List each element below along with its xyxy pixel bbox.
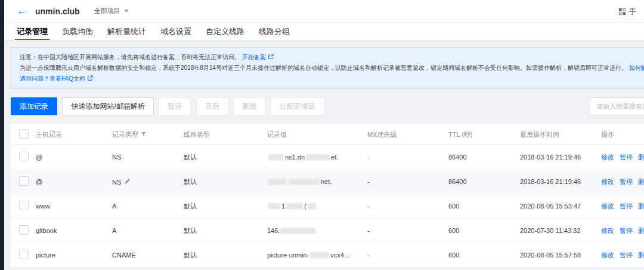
mx-priority-cell: - — [367, 251, 448, 259]
edit-icon[interactable] — [124, 179, 131, 186]
mx-priority-cell: - — [367, 202, 448, 210]
tab-2[interactable]: 解析量统计 — [107, 23, 146, 40]
row-actions-cell: 修改暂停删除 — [601, 226, 644, 235]
records-table: 主机记录记录类型线路类型记录值MX优先级TTL (秒)最后操作时间操作 @NS默… — [11, 124, 644, 268]
host-record-cell: @ — [36, 178, 112, 185]
ttl-cell: 600 — [448, 202, 520, 210]
grid-icon — [618, 8, 626, 16]
row-actions-cell: 修改暂停删除 — [601, 153, 644, 162]
notice-text-1: 注意：在中国大陆地区开展网站服务，请先将域名进行备案，否则将无法正常访问。 — [20, 54, 240, 60]
action-delete[interactable]: 删除 — [638, 178, 644, 185]
notice-line-3: 遇到问题？查看FAQ文档 — [20, 73, 644, 84]
redacted-blur — [281, 228, 315, 234]
filter-icon[interactable] — [141, 131, 147, 138]
table-header-row: 主机记录记录类型线路类型记录值MX优先级TTL (秒)最后操作时间操作 — [11, 124, 644, 145]
action-modify[interactable]: 修改 — [601, 251, 614, 259]
row-checkbox[interactable] — [19, 250, 29, 259]
table-row: wwwA默认1(-6002020-08-05 15:53:47修改暂停删除 — [11, 194, 644, 219]
delete-button: 删除 — [233, 97, 265, 115]
row-checkbox-cell — [11, 250, 36, 260]
table-row: pictureCNAME默认picture-unmin-vcx4...-6002… — [11, 243, 644, 268]
action-modify[interactable]: 修改 — [601, 154, 614, 161]
select-all-cell — [11, 129, 36, 140]
tab-0[interactable]: 记录管理 — [17, 23, 48, 40]
ttl-cell: 86400 — [448, 154, 520, 161]
row-checkbox[interactable] — [19, 176, 29, 186]
topbar: ← unmin.club 全部项目 手 — [4, 0, 644, 23]
action-delete[interactable]: 删除 — [638, 154, 644, 161]
redacted-blur — [306, 154, 330, 161]
row-actions-cell: 修改暂停删除 — [601, 202, 644, 211]
action-modify[interactable]: 修改 — [601, 202, 614, 210]
tab-1[interactable]: 负载均衡 — [62, 23, 93, 40]
line-type-cell: 默认 — [184, 251, 267, 260]
search-input[interactable] — [590, 97, 644, 115]
redacted-blur — [308, 203, 316, 210]
project-filter-dropdown[interactable]: 全部项目 — [94, 7, 129, 16]
redacted-blur — [310, 252, 329, 259]
action-pause[interactable]: 暂停 — [620, 154, 633, 161]
faq-doc-link[interactable]: 遇到问题？查看FAQ文档 — [20, 75, 85, 82]
record-value-cell: net. — [267, 178, 367, 185]
line-type-cell: 默认 — [184, 202, 267, 211]
action-pause[interactable]: 暂停 — [620, 202, 633, 210]
enable-button: 开启 — [196, 97, 228, 115]
tab-3[interactable]: 域名设置 — [160, 23, 191, 40]
column-header-3: 记录值 — [267, 130, 367, 139]
column-header-7: 操作 — [601, 130, 644, 139]
table-row: gitbookA默认146.-6002020-07-30 11:43:32修改暂… — [11, 219, 644, 243]
row-checkbox-cell — [11, 152, 36, 162]
tab-bar: 记录管理负载均衡解析量统计域名设置自定义线路线路分组 — [4, 23, 644, 41]
action-modify[interactable]: 修改 — [601, 227, 614, 234]
record-value-cell: picture-unmin-vcx4... — [267, 251, 367, 259]
chevron-down-icon — [124, 10, 129, 13]
redacted-blur — [286, 203, 303, 210]
helper-link[interactable]: 手 — [618, 0, 636, 23]
table-row: @NS默认ns1.dnet.-864002018-03-16 21:19:46修… — [11, 145, 644, 170]
tab-5[interactable]: 线路分组 — [259, 23, 290, 40]
host-record-cell: picture — [36, 251, 112, 259]
notice-banner: 注意：在中国大陆地区开展网站服务，请先将域名进行备案，否则将无法正常访问。 开始… — [11, 47, 644, 89]
action-delete[interactable]: 删除 — [638, 251, 644, 259]
pause-button: 暂停 — [159, 97, 191, 115]
action-modify[interactable]: 修改 — [601, 178, 614, 185]
start-filing-link[interactable]: 开始备案 — [242, 54, 266, 60]
action-pause[interactable]: 暂停 — [620, 227, 633, 234]
how-to-unlock-link[interactable]: 如何解锁 — [629, 65, 644, 71]
action-delete[interactable]: 删除 — [638, 202, 644, 210]
row-checkbox[interactable] — [19, 225, 29, 235]
column-header-2: 线路类型 — [184, 130, 267, 139]
row-actions-cell: 修改暂停删除 — [601, 251, 644, 260]
action-pause[interactable]: 暂停 — [620, 178, 633, 185]
tab-4[interactable]: 自定义线路 — [206, 23, 244, 40]
mx-priority-cell: - — [367, 227, 448, 234]
host-record-cell: gitbook — [36, 227, 112, 234]
row-checkbox[interactable] — [19, 152, 29, 161]
record-type-cell: NS — [112, 154, 184, 161]
last-modified-cell: 2020-08-05 15:57:58 — [520, 251, 601, 259]
mx-priority-cell: - — [367, 154, 448, 161]
add-record-button[interactable]: 添加记录 — [11, 97, 57, 115]
action-pause[interactable]: 暂停 — [620, 251, 633, 259]
quick-add-button[interactable]: 快速添加网站/邮箱解析 — [62, 97, 153, 115]
project-filter-label: 全部项目 — [94, 7, 120, 16]
row-checkbox[interactable] — [19, 201, 29, 210]
record-value-cell: 1( — [267, 202, 367, 210]
notice-line-2: 为进一步保障腾讯云用户域名解析数据的安全和稳定，系统于2018年8月14号对近三… — [20, 63, 644, 73]
select-all-checkbox[interactable] — [19, 129, 29, 139]
redacted-blur — [289, 179, 320, 185]
action-delete[interactable]: 删除 — [638, 227, 644, 234]
ttl-cell: 600 — [448, 227, 520, 234]
record-type-cell: A — [112, 227, 184, 234]
external-link-icon — [87, 74, 93, 84]
table-row: @NS默认net.-864002018-03-16 21:19:46修改暂停删除 — [11, 170, 644, 194]
redacted-blur — [268, 179, 286, 185]
record-type-cell: CNAME — [112, 251, 184, 259]
column-header-4: MX优先级 — [367, 130, 448, 139]
column-header-5: TTL (秒) — [448, 130, 520, 139]
column-header-6: 最后操作时间 — [520, 130, 601, 139]
toolbar: 添加记录 快速添加网站/邮箱解析 暂停 开启 删除 分配至项目 — [11, 97, 644, 115]
record-value-cell: 146. — [267, 227, 367, 234]
back-button[interactable]: ← — [17, 6, 27, 16]
column-header-0: 主机记录 — [36, 130, 112, 139]
